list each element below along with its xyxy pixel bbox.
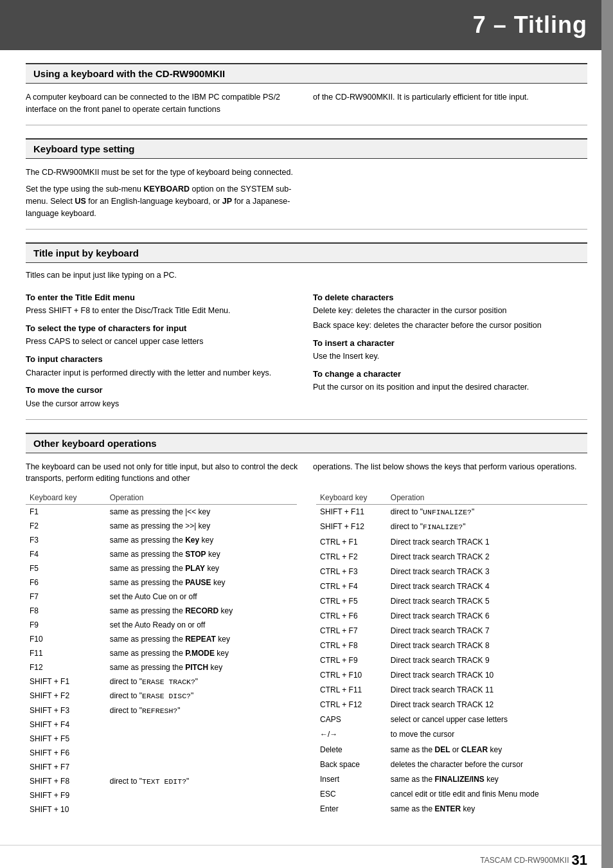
table-row: F4same as pressing the STOP key <box>26 547 297 561</box>
right-table-col1: Keyboard key <box>316 491 387 505</box>
table-row: SHIFT + F8direct to "TEXT EDIT?" <box>26 774 297 788</box>
title-item-right-1: To insert a character Use the Insert key… <box>313 337 587 363</box>
table-row: Deletesame as the DEL or CLEAR key <box>316 743 587 757</box>
right-ops-table: Keyboard key Operation SHIFT + F11direct… <box>316 491 587 817</box>
section3-heading: Title input by keyboard <box>26 242 587 263</box>
section2-heading: Keyboard type setting <box>26 138 587 159</box>
page-footer: TASCAM CD-RW900MKII 31 <box>0 845 613 868</box>
other-ops-intro: The keyboard can be used not only for ti… <box>26 461 587 485</box>
section1-heading: Using a keyboard with the CD-RW900MKII <box>26 63 587 84</box>
table-row: F5same as pressing the PLAY key <box>26 561 297 575</box>
section1-intro: A computer keyboard can be connected to … <box>26 91 587 116</box>
table-row: CTRL + F6Direct track search TRACK 6 <box>316 609 587 624</box>
table-row: Insertsame as the FINALIZE/INS key <box>316 772 587 787</box>
section-keyboard-setting: Keyboard type setting The CD-RW900MKII m… <box>26 138 587 220</box>
page-title: 7 – Titling <box>473 12 587 38</box>
table-row: SHIFT + F4 <box>26 718 297 732</box>
table-row: CTRL + F8Direct track search TRACK 8 <box>316 638 587 653</box>
title-item-right-2: To change a character Put the cursor on … <box>313 368 587 393</box>
table-row: SHIFT + 10 <box>26 802 297 817</box>
section2-text1: The CD-RW900MKII must be set for the typ… <box>26 167 308 179</box>
table-row: SHIFT + F5 <box>26 732 297 746</box>
ops-tables: Keyboard key Operation F1same as pressin… <box>26 491 587 817</box>
other-ops-intro-right: operations. The list below shows the key… <box>313 461 587 485</box>
table-row: CTRL + F1Direct track search TRACK 1 <box>316 535 587 550</box>
table-row: CAPSselect or cancel upper case letters <box>316 712 587 727</box>
table-row: F6same as pressing the PAUSE key <box>26 575 297 590</box>
table-row: F9set the Auto Ready on or off <box>26 618 297 632</box>
title-item-1: To select the type of characters for inp… <box>26 322 300 348</box>
section1-intro-right: of the CD-RW900MKII. It is particularly … <box>313 91 587 116</box>
page-number: 31 <box>572 852 587 868</box>
table-row: CTRL + F11Direct track search TRACK 11 <box>316 683 587 698</box>
section4-heading: Other keyboard operations <box>26 433 587 453</box>
title-item-2: To input characters Character input is p… <box>26 353 300 379</box>
table-row: F11same as pressing the P.MODE key <box>26 646 297 660</box>
section2-text2: Set the type using the sub-menu KEYBOARD… <box>26 183 308 219</box>
table-row: SHIFT + F6 <box>26 746 297 760</box>
table-row: SHIFT + F7 <box>26 760 297 774</box>
section-title-input: Title input by keyboard Titles can be in… <box>26 242 587 410</box>
table-row: CTRL + F5Direct track search TRACK 5 <box>316 594 587 609</box>
table-row: CTRL + F7Direct track search TRACK 7 <box>316 624 587 638</box>
table-row: F7set the Auto Cue on or off <box>26 590 297 604</box>
table-row: SHIFT + F1direct to "ERASE TRACK?" <box>26 674 297 689</box>
title-input-left: To enter the Title Edit menu Press SHIFT… <box>26 286 300 410</box>
table-row: CTRL + F4Direct track search TRACK 4 <box>316 579 587 594</box>
table-row: SHIFT + F2direct to "ERASE DISC?" <box>26 689 297 703</box>
table-row: CTRL + F2Direct track search TRACK 2 <box>316 550 587 565</box>
table-row: CTRL + F12Direct track search TRACK 12 <box>316 698 587 712</box>
right-table-col2: Operation <box>387 491 587 505</box>
page-header: 7 – Titling <box>0 0 613 50</box>
table-row: CTRL + F10Direct track search TRACK 10 <box>316 668 587 683</box>
table-row: SHIFT + F12direct to "FINALIZE?" <box>316 520 587 534</box>
table-row: SHIFT + F9 <box>26 788 297 802</box>
table-row: Entersame as the ENTER key <box>316 802 587 817</box>
section-using-keyboard: Using a keyboard with the CD-RW900MKII A… <box>26 63 587 116</box>
table-row: ESCcancel edit or title edit and finis M… <box>316 787 587 802</box>
table-row: CTRL + F3Direct track search TRACK 3 <box>316 565 587 579</box>
title-item-0: To enter the Title Edit menu Press SHIFT… <box>26 291 300 317</box>
section3-intro: Titles can be input just like typing on … <box>26 271 587 280</box>
other-ops-intro-left: The keyboard can be used not only for ti… <box>26 461 300 485</box>
title-item-right-0: To delete characters Delete key: deletes… <box>313 291 587 332</box>
left-ops-table: Keyboard key Operation F1same as pressin… <box>26 491 297 817</box>
table-row: F2same as pressing the >>| key <box>26 519 297 533</box>
table-row: SHIFT + F11direct to "UNFINALIZE?" <box>316 505 587 520</box>
title-input-right: To delete characters Delete key: deletes… <box>313 286 587 410</box>
section1-intro-left: A computer keyboard can be connected to … <box>26 91 300 116</box>
table-row: F12same as pressing the PITCH key <box>26 660 297 674</box>
brand-label: TASCAM CD-RW900MKII <box>480 856 569 865</box>
left-table-col2: Operation <box>106 491 297 505</box>
table-row: SHIFT + F3direct to "REFRESH?" <box>26 703 297 718</box>
table-row: F3same as pressing the Key key <box>26 533 297 547</box>
title-input-two-col: To enter the Title Edit menu Press SHIFT… <box>26 286 587 410</box>
table-row: F1same as pressing the |<< key <box>26 505 297 520</box>
table-row: F8same as pressing the RECORD key <box>26 604 297 618</box>
table-row: Back spacedeletes the character before t… <box>316 757 587 772</box>
table-row: ←/→to move the cursor <box>316 727 587 742</box>
title-item-3: To move the cursor Use the cursor arrow … <box>26 384 300 410</box>
section-other-ops: Other keyboard operations The keyboard c… <box>26 433 587 817</box>
table-row: F10same as pressing the REPEAT key <box>26 632 297 646</box>
left-table-col1: Keyboard key <box>26 491 106 505</box>
table-row: CTRL + F9Direct track search TRACK 9 <box>316 653 587 668</box>
